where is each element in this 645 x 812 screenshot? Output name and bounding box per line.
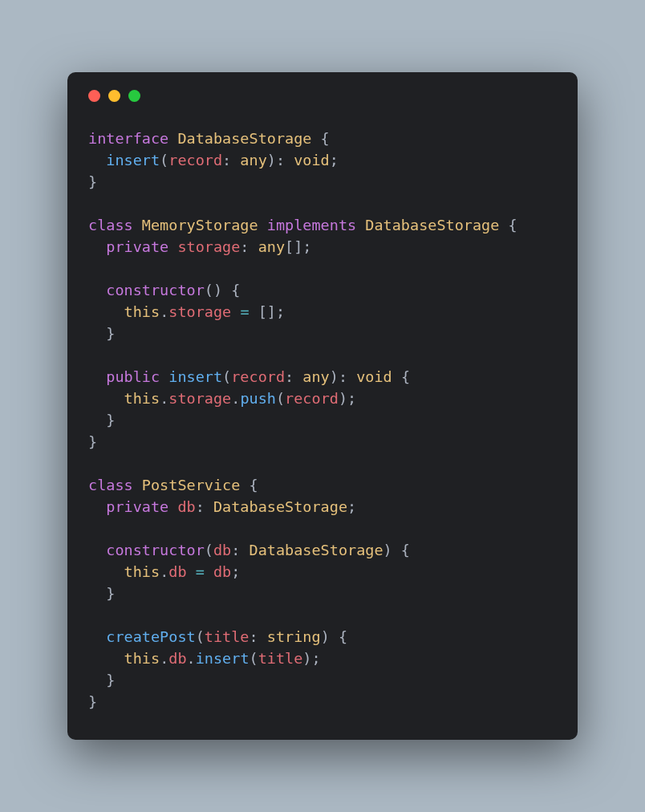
arg-record: record bbox=[285, 390, 339, 407]
zoom-icon[interactable] bbox=[128, 90, 140, 102]
ref-db: db bbox=[168, 563, 186, 580]
keyword-implements: implements bbox=[267, 217, 356, 233]
keyword-interface: interface bbox=[88, 130, 168, 147]
type-string: string bbox=[267, 628, 321, 645]
call-insert: insert bbox=[196, 650, 249, 667]
method-push: push bbox=[240, 390, 276, 407]
method-insert: insert bbox=[106, 152, 160, 168]
keyword-this-2: this bbox=[124, 390, 160, 407]
type-DatabaseStorage: DatabaseStorage bbox=[177, 130, 311, 147]
keyword-this: this bbox=[124, 303, 160, 320]
code-block: interface DatabaseStorage { insert(recor… bbox=[88, 128, 557, 713]
keyword-this-3: this bbox=[124, 563, 160, 580]
param-db: db bbox=[213, 542, 231, 558]
close-icon[interactable] bbox=[88, 90, 100, 102]
type-any: any bbox=[240, 152, 266, 168]
class-PostService: PostService bbox=[142, 477, 241, 493]
method-insert-2: insert bbox=[168, 368, 222, 385]
class-MemoryStorage: MemoryStorage bbox=[142, 217, 258, 233]
type-DatabaseStorage-3: DatabaseStorage bbox=[213, 498, 347, 515]
type-DatabaseStorage-2: DatabaseStorage bbox=[365, 217, 499, 233]
type-any-3: any bbox=[302, 368, 329, 385]
code-window: interface DatabaseStorage { insert(recor… bbox=[67, 72, 578, 740]
ref-storage: storage bbox=[168, 303, 231, 320]
prop-db: db bbox=[177, 498, 195, 515]
prop-storage: storage bbox=[177, 238, 240, 255]
keyword-private: private bbox=[106, 238, 168, 255]
param-record: record bbox=[168, 152, 222, 168]
type-DatabaseStorage-4: DatabaseStorage bbox=[249, 542, 383, 558]
ref-storage-2: storage bbox=[168, 390, 231, 407]
arg-title: title bbox=[258, 650, 303, 667]
keyword-constructor: constructor bbox=[106, 282, 205, 298]
param-record-2: record bbox=[231, 368, 285, 385]
type-void: void bbox=[294, 152, 330, 168]
keyword-public: public bbox=[106, 368, 160, 385]
minimize-icon[interactable] bbox=[108, 90, 120, 102]
type-any-2: any bbox=[258, 238, 285, 255]
keyword-class-2: class bbox=[88, 477, 133, 493]
type-void-2: void bbox=[356, 368, 392, 385]
param-title: title bbox=[205, 628, 249, 645]
keyword-constructor-2: constructor bbox=[106, 542, 205, 558]
window-titlebar bbox=[88, 90, 557, 102]
ref-db-2: db bbox=[168, 650, 186, 667]
method-createPost: createPost bbox=[106, 628, 195, 645]
keyword-private-2: private bbox=[106, 498, 168, 515]
keyword-this-4: this bbox=[124, 650, 160, 667]
keyword-class: class bbox=[88, 217, 133, 233]
arg-db: db bbox=[213, 563, 231, 580]
